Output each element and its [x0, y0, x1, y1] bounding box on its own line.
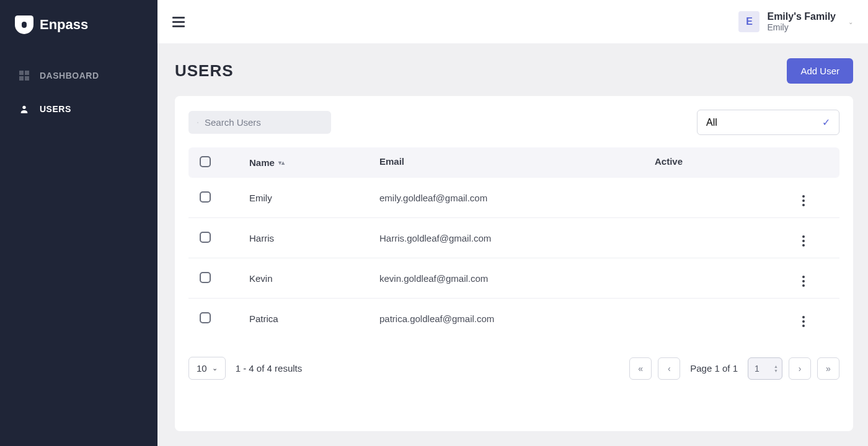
account-name: Emily's Family [767, 11, 836, 22]
select-all-checkbox[interactable] [200, 156, 211, 167]
chevron-down-icon: ⌄ [212, 364, 218, 372]
row-actions-button[interactable] [802, 235, 805, 247]
card-toolbar: All ✓ [188, 110, 839, 135]
cell-email: kevin.goldleaf@gmail.com [379, 273, 655, 284]
next-page-button[interactable]: › [789, 357, 811, 380]
last-page-button[interactable]: » [817, 357, 839, 380]
svg-point-1 [197, 122, 198, 123]
header: E Emily's Family Emily ⌄ [157, 0, 868, 43]
column-email-label: Email [379, 156, 404, 167]
table-row: Kevin kevin.goldleaf@gmail.com [188, 258, 839, 299]
sidebar: Enpass DASHBOARD USERS [0, 0, 157, 446]
prev-page-button[interactable]: ‹ [658, 357, 680, 380]
row-actions-button[interactable] [802, 276, 805, 287]
cell-name: Emily [249, 193, 379, 203]
sidebar-item-dashboard[interactable]: DASHBOARD [0, 59, 157, 92]
column-email[interactable]: Email [379, 156, 655, 169]
account-sub: Emily [767, 22, 836, 32]
cell-name: Patrica [249, 313, 379, 324]
column-name-label: Name [249, 157, 275, 168]
row-checkbox[interactable] [200, 272, 211, 283]
user-icon [19, 103, 30, 115]
search-field[interactable] [188, 111, 331, 134]
account-menu[interactable]: E Emily's Family Emily ⌄ [738, 11, 853, 32]
table-row: Harris Harris.goldleaf@gmail.com [188, 218, 839, 258]
cell-email: patrica.goldleaf@gmail.com [379, 313, 655, 324]
brand-name: Enpass [40, 17, 88, 33]
page-size-select[interactable]: 10 ⌄ [188, 357, 226, 380]
page-number-input[interactable]: 1 ▲▼ [748, 357, 782, 380]
menu-toggle-button[interactable] [172, 17, 185, 27]
cell-email: emily.goldleaf@gmail.com [379, 193, 655, 203]
stepper-icon: ▲▼ [774, 364, 778, 373]
page-body: USERS Add User All ✓ [157, 43, 868, 446]
sidebar-item-label: USERS [40, 104, 71, 114]
brand-logo: Enpass [0, 0, 157, 59]
table-header: Name ▾▴ Email Active [188, 147, 839, 178]
column-active-label: Active [655, 156, 683, 167]
main: E Emily's Family Emily ⌄ USERS Add User [157, 0, 868, 446]
row-checkbox[interactable] [200, 312, 211, 323]
row-checkbox[interactable] [200, 191, 211, 203]
pagination: « ‹ Page 1 of 1 1 ▲▼ › » [629, 357, 839, 380]
cell-name: Harris [249, 233, 379, 243]
add-user-button[interactable]: Add User [787, 58, 853, 84]
first-page-button[interactable]: « [629, 357, 652, 380]
row-actions-button[interactable] [802, 195, 805, 206]
page-title: USERS [175, 61, 234, 81]
table-footer: 10 ⌄ 1 - 4 of 4 results « ‹ Page 1 of 1 … [188, 357, 839, 380]
column-active: Active [655, 156, 779, 169]
cell-name: Kevin [249, 273, 379, 284]
table-row: Emily emily.goldleaf@gmail.com [188, 178, 839, 218]
search-input[interactable] [205, 117, 322, 128]
page-input-value: 1 [755, 364, 760, 374]
search-icon [197, 118, 198, 128]
chevron-down-icon: ⌄ [848, 19, 853, 25]
sidebar-item-users[interactable]: USERS [0, 92, 157, 126]
filter-selected-label: All [706, 117, 717, 128]
row-checkbox[interactable] [200, 232, 211, 243]
avatar: E [738, 11, 760, 32]
row-actions-button[interactable] [802, 316, 805, 327]
column-name[interactable]: Name ▾▴ [249, 156, 379, 169]
svg-point-0 [22, 106, 25, 109]
table-row: Patrica patrica.goldleaf@gmail.com [188, 299, 839, 338]
page-info: Page 1 of 1 [690, 363, 738, 374]
filter-select[interactable]: All ✓ [697, 110, 839, 135]
grid-icon [19, 70, 30, 81]
page-size-value: 10 [197, 363, 207, 374]
shield-icon [15, 15, 33, 34]
check-icon: ✓ [822, 116, 830, 128]
sort-icon: ▾▴ [278, 159, 285, 166]
sidebar-item-label: DASHBOARD [40, 71, 99, 81]
cell-email: Harris.goldleaf@gmail.com [379, 233, 655, 243]
users-table: Name ▾▴ Email Active Emily emily.goldlea… [188, 147, 839, 338]
page-head: USERS Add User [175, 58, 853, 84]
users-card: All ✓ Name ▾▴ Email [175, 96, 853, 431]
results-text: 1 - 4 of 4 results [236, 363, 303, 374]
